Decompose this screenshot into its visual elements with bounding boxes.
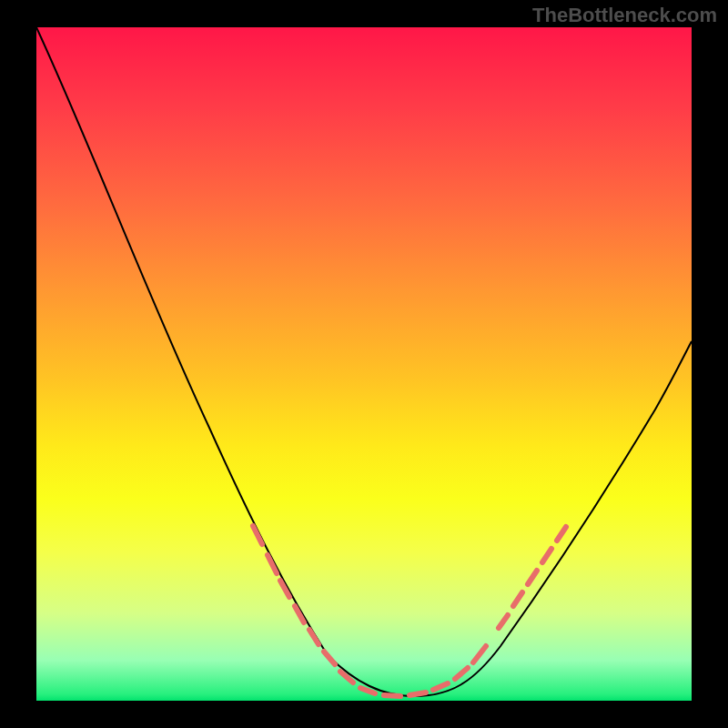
svg-line-11 — [455, 668, 468, 679]
svg-line-17 — [557, 527, 566, 541]
svg-line-5 — [324, 652, 335, 664]
svg-line-4 — [309, 630, 318, 644]
svg-line-10 — [433, 683, 448, 690]
svg-line-9 — [410, 693, 426, 695]
svg-line-15 — [528, 571, 537, 584]
svg-line-8 — [384, 695, 400, 696]
svg-line-6 — [340, 672, 353, 682]
plot-overlay — [36, 27, 692, 701]
svg-line-7 — [360, 688, 375, 693]
watermark-text: TheBottleneck.com — [532, 4, 717, 27]
marker-group — [253, 526, 566, 696]
svg-line-16 — [542, 549, 551, 562]
chart-container: TheBottleneck.com — [0, 0, 728, 728]
svg-line-14 — [513, 592, 522, 606]
bottleneck-curve — [36, 27, 692, 696]
svg-line-13 — [499, 615, 508, 628]
svg-line-12 — [473, 646, 486, 662]
